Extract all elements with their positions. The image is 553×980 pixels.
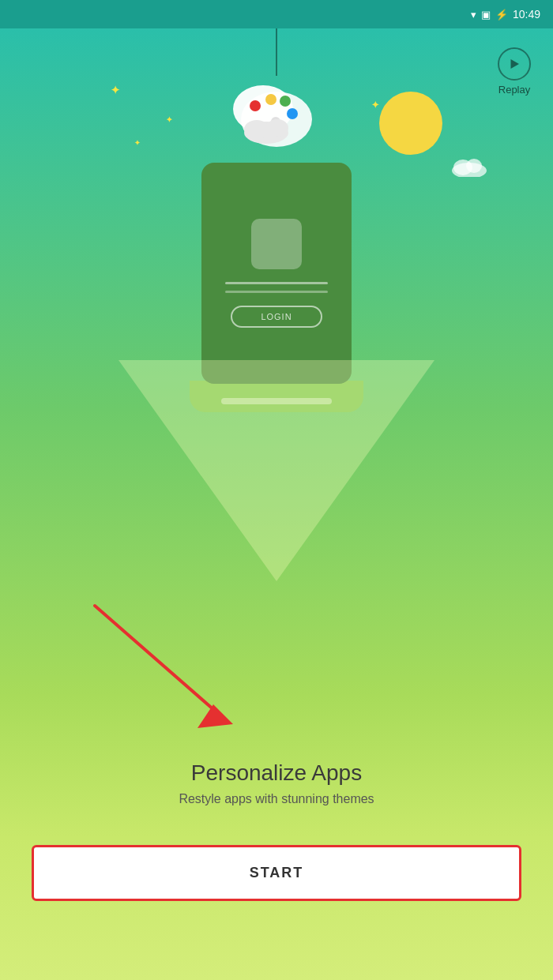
text-area: Personalize Apps Restyle apps with stunn… [0,760,553,806]
hanging-line [276,28,277,76]
replay-circle [498,47,531,81]
palette-icon [233,76,320,147]
svg-point-13 [266,119,288,137]
main-title: Personalize Apps [0,760,553,786]
replay-button[interactable]: Replay [498,47,531,96]
sparkle-1: ✦ [111,84,120,96]
svg-point-12 [244,120,269,139]
wifi-icon: ▾ [471,9,476,21]
sparkle-4: ✦ [134,139,141,147]
app-card-line2 [225,291,328,293]
svg-point-6 [250,100,261,111]
app-card-avatar [251,219,302,269]
svg-marker-15 [198,704,233,728]
app-card: LOGIN [201,163,352,384]
palette-container [233,28,320,147]
main-background: Replay ✦ ✦ ✦ ✦ [0,28,553,980]
svg-line-14 [95,606,221,716]
app-card-login-button: LOGIN [231,306,322,328]
sparkle-3: ✦ [371,100,379,111]
status-icons: ▾ ▣ ⚡ 10:49 [471,8,540,21]
play-icon [507,57,521,71]
sub-title: Restyle apps with stunning themes [0,792,553,806]
svg-point-9 [287,108,298,119]
status-bar: ▾ ▣ ⚡ 10:49 [0,0,553,28]
replay-label: Replay [498,84,530,96]
svg-point-3 [466,159,482,173]
svg-point-8 [280,96,291,107]
battery-icon: ⚡ [495,9,508,21]
light-cone [118,360,434,581]
svg-marker-0 [511,59,520,69]
start-button-container: START [32,845,521,901]
start-button[interactable]: START [32,845,521,901]
arrow-svg [79,590,253,748]
sparkle-2: ✦ [166,115,172,124]
svg-point-7 [265,94,276,105]
cloud-small [449,155,490,180]
app-card-line1 [225,282,328,284]
signal-icon: ▣ [481,9,491,21]
sun-illustration [379,92,442,155]
arrow-annotation [79,590,253,751]
status-time: 10:49 [513,8,540,21]
